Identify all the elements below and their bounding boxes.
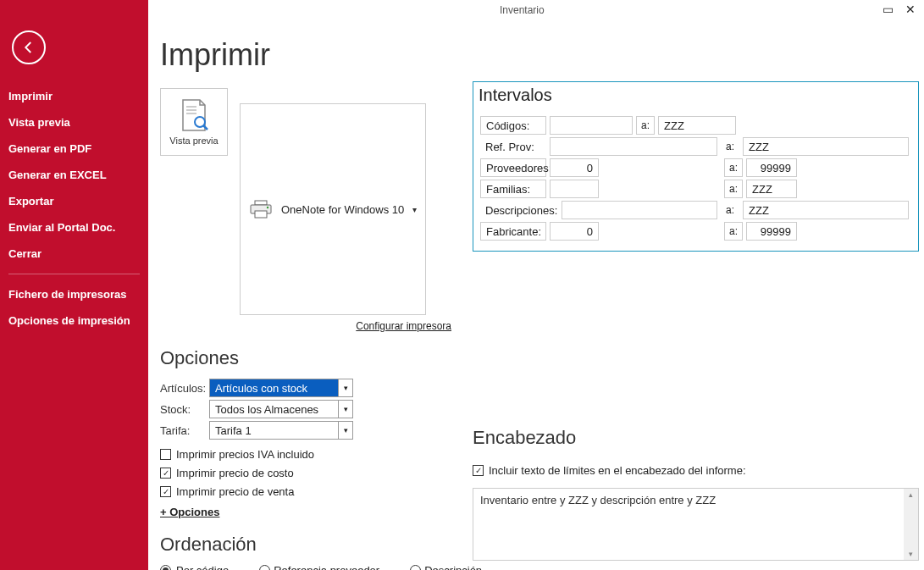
sidebar: Imprimir Vista previa Generar en PDF Gen… [0,0,148,570]
tarifa-select[interactable]: Tarifa 1 ▾ [209,421,353,440]
sidebar-item-opciones-impresion[interactable]: Opciones de impresión [0,307,148,334]
incluir-limites-label: Incluir texto de límites en el encabezad… [489,464,746,477]
a-label: a: [724,158,743,177]
sidebar-item-impresoras[interactable]: Fichero de impresoras [0,281,148,307]
window-maximize-icon[interactable]: ▭ [883,3,894,15]
tarifa-label: Tarifa: [160,424,209,437]
check-costo[interactable]: ✓ [160,468,171,479]
encabezado-textarea[interactable]: Inventario entre y ZZZ y descripción ent… [473,488,919,561]
arrow-left-icon [21,40,36,55]
descripciones-label: Descripciones: [480,201,558,219]
fabricante-from-input[interactable]: 0 [550,222,599,241]
a-label: a: [724,180,743,198]
refprov-to-input[interactable]: ZZZ [743,137,909,156]
opciones-heading: Opciones [160,347,910,369]
sidebar-item-vista-previa[interactable]: Vista previa [0,109,148,136]
fabricante-label: Fabricante: [480,222,546,241]
scroll-up-icon[interactable]: ▴ [909,489,913,501]
check-venta[interactable]: ✓ [160,486,171,497]
sidebar-item-exportar[interactable]: Exportar [0,188,148,214]
familias-label: Familias: [480,180,546,198]
sidebar-item-imprimir[interactable]: Imprimir [0,83,148,109]
stock-value: Todos los Almacenes [215,403,318,416]
familias-to-input[interactable]: ZZZ [746,180,797,198]
fabricante-to-input[interactable]: 99999 [746,222,797,241]
chevron-down-icon: ▾ [338,400,353,418]
sidebar-item-pdf[interactable]: Generar en PDF [0,136,148,162]
encabezado-panel: Encabezado ✓ Incluir texto de límites en… [473,427,919,561]
sidebar-item-portal[interactable]: Enviar al Portal Doc. [0,214,148,241]
codigos-label: Códigos: [480,116,546,135]
codigos-from-input[interactable] [550,116,633,135]
printer-select[interactable]: OneNote for Windows 10 ▾ [240,103,426,315]
svg-rect-7 [255,211,267,218]
check-incluir-limites[interactable]: ✓ [473,465,484,476]
encabezado-text: Inventario entre y ZZZ y descripción ent… [480,494,716,506]
a-label: a: [636,116,655,135]
mas-opciones-link[interactable]: + Opciones [160,506,219,518]
window-close-icon[interactable]: ✕ [905,3,916,15]
window-title: Inventario [500,4,545,16]
chevron-down-icon: ▾ [338,379,353,397]
intervalos-heading: Intervalos [479,86,911,105]
intervalos-panel: Intervalos Códigos: a: ZZZ Ref. Prov: a:… [473,81,919,252]
proveedores-label: Proveedores: [480,158,546,177]
check-venta-label: Imprimir precio de venta [176,485,294,498]
svg-rect-5 [255,201,267,205]
check-costo-label: Imprimir precio de costo [176,467,294,479]
printer-name: OneNote for Windows 10 [281,203,404,216]
printer-icon [249,200,273,219]
descripciones-from-input[interactable] [562,201,717,219]
vista-previa-label: Vista previa [169,136,218,146]
sidebar-item-cerrar[interactable]: Cerrar [0,241,148,267]
chevron-down-icon: ▾ [338,421,353,440]
familias-from-input[interactable] [550,180,599,198]
stock-select[interactable]: Todos los Almacenes ▾ [209,400,353,418]
scrollbar[interactable]: ▴▾ [904,489,918,560]
codigos-to-input[interactable]: ZZZ [658,116,736,135]
radio-por-codigo[interactable]: Por código [160,564,229,570]
articulos-label: Artículos: [160,382,209,395]
scroll-down-icon[interactable]: ▾ [909,548,913,560]
sidebar-item-excel[interactable]: Generar en EXCEL [0,162,148,188]
encabezado-heading: Encabezado [473,427,919,449]
a-label: a: [721,137,739,156]
proveedores-from-input[interactable]: 0 [550,158,599,177]
refprov-from-input[interactable] [550,137,717,156]
radio-ref-proveedor[interactable]: Referencia proveedor [259,564,379,570]
articulos-value: Artículos con stock [215,382,307,395]
a-label: a: [721,201,739,219]
vista-previa-button[interactable]: Vista previa [160,88,228,156]
chevron-down-icon: ▾ [412,205,417,214]
descripciones-to-input[interactable]: ZZZ [743,201,909,219]
document-preview-icon [180,98,208,132]
back-button[interactable] [12,30,46,64]
svg-point-8 [267,207,268,208]
check-iva[interactable] [160,449,171,460]
radio-descripcion[interactable]: Descripción [410,564,482,570]
check-iva-label: Imprimir precios IVA incluido [176,448,314,461]
page-title: Imprimir [160,37,910,73]
sidebar-divider [8,274,140,274]
stock-label: Stock: [160,403,209,416]
tarifa-value: Tarifa 1 [215,424,252,437]
configurar-impresora-link[interactable]: Configurar impresora [160,320,451,332]
a-label: a: [724,222,743,241]
proveedores-to-input[interactable]: 99999 [746,158,797,177]
articulos-select[interactable]: Artículos con stock ▾ [209,379,353,397]
refprov-label: Ref. Prov: [480,137,546,156]
